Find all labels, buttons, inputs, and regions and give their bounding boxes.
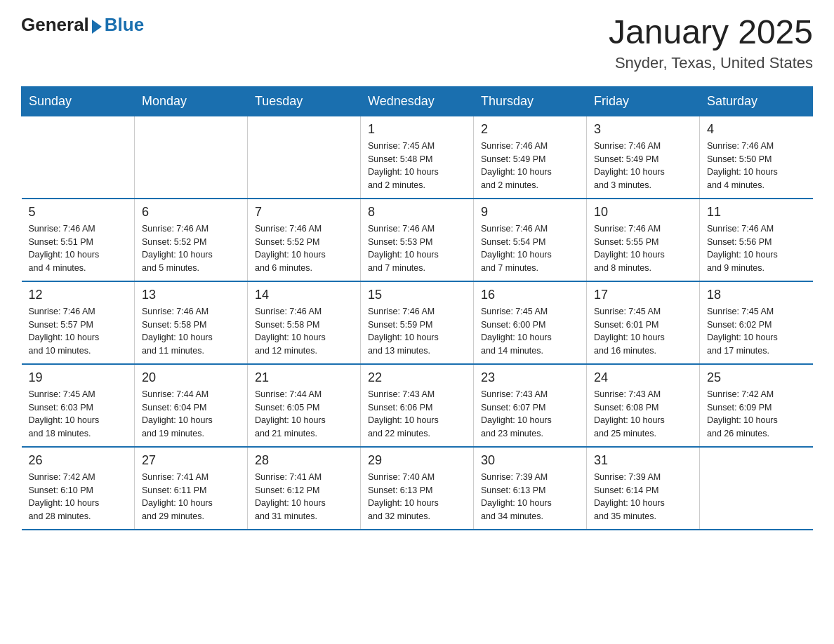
logo-arrow-icon [92,20,102,34]
calendar-cell: 14Sunrise: 7:46 AM Sunset: 5:58 PM Dayli… [248,281,361,364]
calendar-cell: 16Sunrise: 7:45 AM Sunset: 6:00 PM Dayli… [474,281,587,364]
calendar-cell: 25Sunrise: 7:42 AM Sunset: 6:09 PM Dayli… [700,364,813,447]
day-info: Sunrise: 7:46 AM Sunset: 5:55 PM Dayligh… [594,222,692,275]
logo: General Blue [21,14,144,36]
calendar-cell: 18Sunrise: 7:45 AM Sunset: 6:02 PM Dayli… [700,281,813,364]
day-number: 2 [481,122,579,137]
day-number: 9 [481,205,579,220]
day-info: Sunrise: 7:46 AM Sunset: 5:52 PM Dayligh… [142,222,240,275]
day-info: Sunrise: 7:45 AM Sunset: 6:01 PM Dayligh… [594,305,692,358]
calendar-cell: 6Sunrise: 7:46 AM Sunset: 5:52 PM Daylig… [135,199,248,281]
day-number: 28 [255,453,353,468]
day-info: Sunrise: 7:46 AM Sunset: 5:57 PM Dayligh… [29,305,128,358]
day-info: Sunrise: 7:46 AM Sunset: 5:49 PM Dayligh… [481,140,579,192]
column-header-saturday: Saturday [700,86,813,116]
day-number: 19 [29,370,128,385]
day-number: 25 [707,370,806,385]
day-number: 7 [255,205,353,220]
calendar-week-row: 5Sunrise: 7:46 AM Sunset: 5:51 PM Daylig… [22,199,813,281]
calendar-title: January 2025 [609,14,813,51]
day-number: 14 [255,288,353,302]
calendar-cell: 27Sunrise: 7:41 AM Sunset: 6:11 PM Dayli… [135,447,248,530]
calendar-cell [22,116,135,199]
day-number: 29 [368,453,466,468]
day-info: Sunrise: 7:41 AM Sunset: 6:12 PM Dayligh… [255,471,353,523]
day-number: 31 [594,453,692,468]
title-section: January 2025 Snyder, Texas, United State… [609,14,813,72]
calendar-cell: 10Sunrise: 7:46 AM Sunset: 5:55 PM Dayli… [587,199,700,281]
day-info: Sunrise: 7:40 AM Sunset: 6:13 PM Dayligh… [368,471,466,523]
day-info: Sunrise: 7:46 AM Sunset: 5:49 PM Dayligh… [594,140,692,192]
calendar-cell: 30Sunrise: 7:39 AM Sunset: 6:13 PM Dayli… [474,447,587,530]
day-info: Sunrise: 7:45 AM Sunset: 6:00 PM Dayligh… [481,305,579,358]
calendar-cell: 26Sunrise: 7:42 AM Sunset: 6:10 PM Dayli… [22,447,135,530]
column-header-wednesday: Wednesday [361,86,474,116]
calendar-cell: 13Sunrise: 7:46 AM Sunset: 5:58 PM Dayli… [135,281,248,364]
day-number: 26 [29,453,128,468]
day-info: Sunrise: 7:46 AM Sunset: 5:59 PM Dayligh… [368,305,466,358]
day-info: Sunrise: 7:46 AM Sunset: 5:58 PM Dayligh… [255,305,353,358]
day-info: Sunrise: 7:43 AM Sunset: 6:08 PM Dayligh… [594,388,692,441]
column-header-monday: Monday [135,86,248,116]
day-number: 10 [594,205,692,220]
calendar-cell: 11Sunrise: 7:46 AM Sunset: 5:56 PM Dayli… [700,199,813,281]
calendar-cell: 19Sunrise: 7:45 AM Sunset: 6:03 PM Dayli… [22,364,135,447]
calendar-week-row: 12Sunrise: 7:46 AM Sunset: 5:57 PM Dayli… [22,281,813,364]
calendar-cell: 29Sunrise: 7:40 AM Sunset: 6:13 PM Dayli… [361,447,474,530]
calendar-cell: 22Sunrise: 7:43 AM Sunset: 6:06 PM Dayli… [361,364,474,447]
day-info: Sunrise: 7:45 AM Sunset: 6:03 PM Dayligh… [29,388,128,441]
day-number: 4 [707,122,806,137]
day-number: 8 [368,205,466,220]
logo-general-text: General [21,14,89,36]
calendar-cell: 7Sunrise: 7:46 AM Sunset: 5:52 PM Daylig… [248,199,361,281]
day-info: Sunrise: 7:46 AM Sunset: 5:58 PM Dayligh… [142,305,240,358]
day-info: Sunrise: 7:46 AM Sunset: 5:52 PM Dayligh… [255,222,353,275]
calendar-week-row: 26Sunrise: 7:42 AM Sunset: 6:10 PM Dayli… [22,447,813,530]
logo-blue-text: Blue [105,14,144,36]
day-number: 27 [142,453,240,468]
calendar-cell: 17Sunrise: 7:45 AM Sunset: 6:01 PM Dayli… [587,281,700,364]
day-info: Sunrise: 7:46 AM Sunset: 5:51 PM Dayligh… [29,222,128,275]
calendar-cell: 1Sunrise: 7:45 AM Sunset: 5:48 PM Daylig… [361,116,474,199]
day-info: Sunrise: 7:46 AM Sunset: 5:53 PM Dayligh… [368,222,466,275]
calendar-cell: 4Sunrise: 7:46 AM Sunset: 5:50 PM Daylig… [700,116,813,199]
calendar-week-row: 19Sunrise: 7:45 AM Sunset: 6:03 PM Dayli… [22,364,813,447]
calendar-cell: 2Sunrise: 7:46 AM Sunset: 5:49 PM Daylig… [474,116,587,199]
calendar-cell: 28Sunrise: 7:41 AM Sunset: 6:12 PM Dayli… [248,447,361,530]
calendar-header-row: SundayMondayTuesdayWednesdayThursdayFrid… [22,86,813,116]
calendar-cell: 21Sunrise: 7:44 AM Sunset: 6:05 PM Dayli… [248,364,361,447]
day-number: 12 [29,288,128,302]
column-header-sunday: Sunday [22,86,135,116]
day-number: 16 [481,288,579,302]
day-number: 3 [594,122,692,137]
calendar-cell: 15Sunrise: 7:46 AM Sunset: 5:59 PM Dayli… [361,281,474,364]
day-number: 13 [142,288,240,302]
day-number: 17 [594,288,692,302]
day-number: 6 [142,205,240,220]
day-info: Sunrise: 7:46 AM Sunset: 5:50 PM Dayligh… [707,140,806,192]
day-number: 5 [29,205,128,220]
calendar-cell: 20Sunrise: 7:44 AM Sunset: 6:04 PM Dayli… [135,364,248,447]
calendar-cell: 24Sunrise: 7:43 AM Sunset: 6:08 PM Dayli… [587,364,700,447]
day-info: Sunrise: 7:44 AM Sunset: 6:05 PM Dayligh… [255,388,353,441]
day-info: Sunrise: 7:39 AM Sunset: 6:14 PM Dayligh… [594,471,692,523]
day-info: Sunrise: 7:45 AM Sunset: 6:02 PM Dayligh… [707,305,806,358]
day-number: 23 [481,370,579,385]
day-info: Sunrise: 7:39 AM Sunset: 6:13 PM Dayligh… [481,471,579,523]
day-number: 1 [368,122,466,137]
day-info: Sunrise: 7:42 AM Sunset: 6:10 PM Dayligh… [29,471,128,523]
calendar-cell: 3Sunrise: 7:46 AM Sunset: 5:49 PM Daylig… [587,116,700,199]
day-number: 20 [142,370,240,385]
day-info: Sunrise: 7:46 AM Sunset: 5:54 PM Dayligh… [481,222,579,275]
calendar-cell: 5Sunrise: 7:46 AM Sunset: 5:51 PM Daylig… [22,199,135,281]
day-number: 15 [368,288,466,302]
day-info: Sunrise: 7:41 AM Sunset: 6:11 PM Dayligh… [142,471,240,523]
day-number: 22 [368,370,466,385]
day-number: 11 [707,205,806,220]
calendar-cell [135,116,248,199]
calendar-subtitle: Snyder, Texas, United States [609,54,813,72]
day-number: 18 [707,288,806,302]
column-header-tuesday: Tuesday [248,86,361,116]
column-header-friday: Friday [587,86,700,116]
calendar-cell [700,447,813,530]
